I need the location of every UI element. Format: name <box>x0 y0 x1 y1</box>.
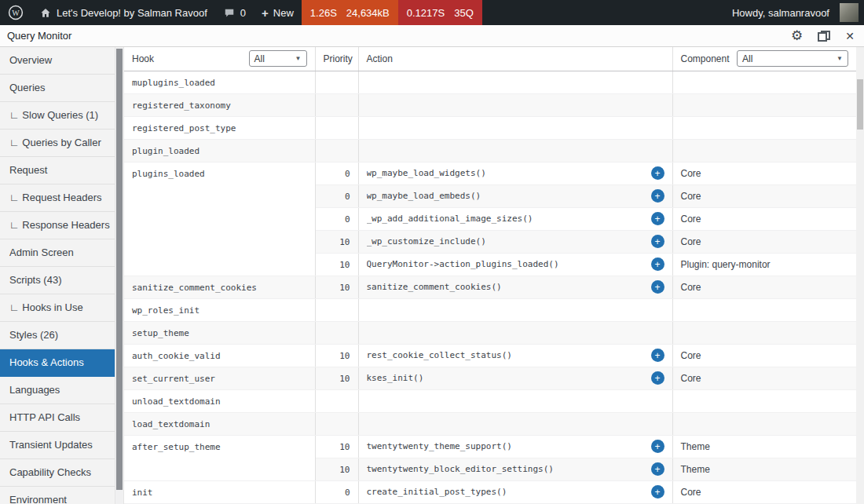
hooks-table-row: setup_theme <box>124 321 856 344</box>
howdy-text: Howdy, salmanravoof <box>732 7 829 19</box>
sidebar-scrollbar-thumb[interactable] <box>116 49 123 490</box>
action-cell <box>358 389 672 412</box>
hook-name-cell: plugin_loaded <box>124 139 315 162</box>
sidebar-item[interactable]: ∟ Response Headers <box>0 212 115 239</box>
sidebar-scrollbar[interactable] <box>115 47 124 504</box>
site-name: Let's Develop! by Salman Ravoof <box>57 7 207 19</box>
component-cell: Core <box>672 367 856 389</box>
qm-main: OverviewQueries∟ Slow Queries (1)∟ Queri… <box>0 47 864 504</box>
expand-action-button[interactable]: + <box>651 235 664 248</box>
hooks-table-row: registered_taxonomy <box>124 93 856 116</box>
component-cell <box>672 139 856 162</box>
priority-cell: 10 <box>315 435 358 458</box>
priority-cell: 0 <box>315 480 358 503</box>
hooks-table-row: registered_post_type <box>124 116 856 139</box>
expand-action-button[interactable]: + <box>651 189 664 203</box>
hook-column-header: Hook <box>132 53 154 64</box>
sidebar-item[interactable]: ∟ Queries by Caller <box>0 130 115 157</box>
priority-cell: 0 <box>315 207 358 230</box>
hook-name-cell: load_textdomain <box>124 412 315 435</box>
content-scrollbar[interactable] <box>856 47 864 504</box>
priority-cell <box>315 321 358 344</box>
hook-name-cell: plugins_loaded <box>124 162 315 276</box>
howdy-account-link[interactable]: Howdy, salmanravoof <box>724 0 864 25</box>
action-cell: rest_cookie_collect_status()+ <box>358 344 672 367</box>
sidebar-item[interactable]: Environment <box>0 487 115 504</box>
component-cell: Core <box>672 162 856 184</box>
admin-bar-left: W Let's Develop! by Salman Ravoof 0 + Ne… <box>0 0 482 25</box>
expand-action-button[interactable]: + <box>651 349 664 362</box>
priority-cell <box>315 116 358 139</box>
sidebar-item[interactable]: Languages <box>0 377 115 404</box>
expand-action-button[interactable]: + <box>651 280 664 294</box>
new-content-label: New <box>273 7 294 19</box>
hook-name-cell: setup_theme <box>124 321 315 344</box>
hook-filter-value: All <box>254 53 265 64</box>
priority-cell <box>315 389 358 412</box>
hooks-table-row: after_setup_theme10twentytwenty_theme_su… <box>124 435 856 458</box>
close-icon[interactable]: ✕ <box>845 31 855 42</box>
sidebar-item[interactable]: Hooks & Actions <box>0 349 115 377</box>
site-name-link[interactable]: Let's Develop! by Salman Ravoof <box>31 0 215 25</box>
action-name: QueryMonitor->action_plugins_loaded() <box>367 259 559 269</box>
action-name: create_initial_post_types() <box>367 487 507 497</box>
action-cell: twentytwenty_block_editor_settings()+ <box>358 458 672 480</box>
qm-title-bar: Query Monitor ⚙ ✕ <box>0 25 864 47</box>
action-cell <box>358 298 672 321</box>
hooks-table-row: plugins_loaded0wp_maybe_load_widgets()+C… <box>124 162 856 184</box>
expand-action-button[interactable]: + <box>651 462 664 476</box>
hook-name-cell: wp_roles_init <box>124 298 315 321</box>
priority-cell <box>315 71 358 93</box>
dropdown-arrow-icon: ▼ <box>837 55 843 62</box>
query-monitor-adminbar-button[interactable]: 1.26S 24,634kB 0.1217S 35Q <box>302 0 482 25</box>
toggle-panel-position-icon[interactable] <box>818 31 830 42</box>
sidebar-item[interactable]: Capability Checks <box>0 459 115 487</box>
action-column-header: Action <box>358 47 672 71</box>
sidebar-item[interactable]: HTTP API Calls <box>0 404 115 432</box>
sidebar-item[interactable]: Request <box>0 157 115 184</box>
expand-action-button[interactable]: + <box>651 166 664 180</box>
action-cell <box>358 412 672 435</box>
priority-cell <box>315 93 358 116</box>
action-cell <box>358 139 672 162</box>
action-name: _wp_customize_include() <box>367 236 486 247</box>
sidebar-item[interactable]: Queries <box>0 75 115 102</box>
hooks-table-row: sanitize_comment_cookies10sanitize_comme… <box>124 276 856 298</box>
sidebar-item[interactable]: Transient Updates <box>0 432 115 459</box>
hook-filter-select[interactable]: All ▼ <box>249 50 307 67</box>
expand-action-button[interactable]: + <box>651 212 664 225</box>
priority-cell <box>315 139 358 162</box>
hooks-table-row: set_current_user10kses_init()+Core <box>124 367 856 389</box>
expand-action-button[interactable]: + <box>651 485 664 499</box>
component-filter-select[interactable]: All ▼ <box>737 50 848 67</box>
settings-gear-icon[interactable]: ⚙ <box>791 29 803 42</box>
hooks-table-row: unload_textdomain <box>124 389 856 412</box>
qm-page-time: 1.26S <box>310 7 337 19</box>
priority-cell <box>315 412 358 435</box>
expand-action-button[interactable]: + <box>651 440 664 453</box>
wordpress-menu-button[interactable]: W <box>0 0 31 25</box>
content-scrollbar-thumb[interactable] <box>857 79 863 130</box>
new-content-link[interactable]: + New <box>254 0 302 25</box>
qm-db-stats: 0.1217S 35Q <box>398 0 482 25</box>
sidebar-item[interactable]: Styles (26) <box>0 322 115 349</box>
component-cell: Core <box>672 207 856 230</box>
sidebar-item[interactable]: ∟ Hooks in Use <box>0 294 115 322</box>
hook-name-cell: after_setup_theme <box>124 435 315 480</box>
hooks-table-header-row: Hook All ▼ Priority Action Compone <box>124 47 856 71</box>
sidebar-item[interactable]: ∟ Request Headers <box>0 184 115 212</box>
action-cell: twentytwenty_theme_support()+ <box>358 435 672 458</box>
expand-action-button[interactable]: + <box>651 371 664 385</box>
sidebar-item[interactable]: Admin Screen <box>0 239 115 267</box>
sidebar-item[interactable]: Overview <box>0 47 115 75</box>
hooks-table-row: wp_roles_init <box>124 298 856 321</box>
action-cell: kses_init()+ <box>358 367 672 389</box>
hooks-table-row: init0create_initial_post_types()+Core <box>124 480 856 503</box>
sidebar-item[interactable]: Scripts (43) <box>0 267 115 294</box>
priority-cell: 10 <box>315 344 358 367</box>
expand-action-button[interactable]: + <box>651 257 664 271</box>
wp-admin-bar: W Let's Develop! by Salman Ravoof 0 + Ne… <box>0 0 864 25</box>
sidebar-item[interactable]: ∟ Slow Queries (1) <box>0 102 115 130</box>
comments-link[interactable]: 0 <box>215 0 254 25</box>
action-cell <box>358 321 672 344</box>
